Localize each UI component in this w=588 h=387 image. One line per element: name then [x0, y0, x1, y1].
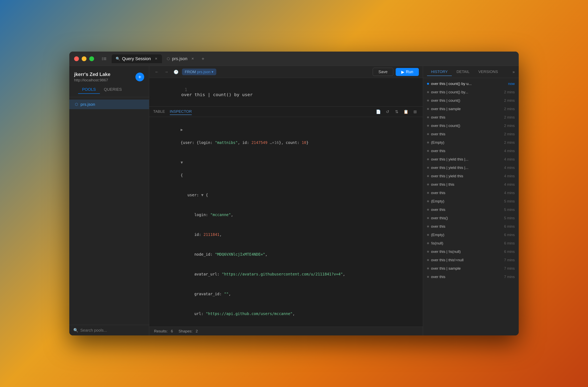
- history-item[interactable]: over this4 mins: [423, 189, 519, 197]
- rpanel-tab-versions[interactable]: VERSIONS: [474, 68, 502, 76]
- traffic-lights: [74, 56, 94, 61]
- history-item-text: over this: [431, 207, 502, 212]
- maximize-button[interactable]: [89, 56, 94, 61]
- pool-item-label: prs.json: [81, 102, 95, 107]
- history-item-time: now: [508, 82, 515, 86]
- history-item[interactable]: over this | yield this |...4 mins: [423, 155, 519, 163]
- history-dot: [427, 183, 429, 185]
- history-dot: [427, 100, 429, 102]
- history-item-time: 5 mins: [504, 208, 515, 212]
- history-dot: [427, 150, 429, 152]
- tab-prs-json-close[interactable]: ✕: [190, 57, 194, 61]
- history-item[interactable]: over this | count() by u...now: [423, 80, 519, 88]
- history-item-text: over this: [431, 149, 502, 153]
- query-toolbar: ← → 🕐 FROM prs.json ▾ Save ▶ Run: [149, 66, 423, 78]
- history-item[interactable]: over this | count()2 mins: [423, 96, 519, 105]
- history-item[interactable]: over this7 mins: [423, 273, 519, 281]
- sidebar-tab-pools[interactable]: POOLS: [78, 86, 100, 94]
- history-dot: [427, 209, 429, 211]
- history-dot: [427, 217, 429, 219]
- history-item-time: 6 mins: [504, 225, 515, 229]
- tree-row-0[interactable]: ▶ {user: {login: "mattnibs", id: 2147549…: [153, 120, 419, 152]
- history-item[interactable]: over this | !is(null)6 mins: [423, 248, 519, 256]
- history-item-text: (Empty): [431, 233, 502, 237]
- search-pools-input[interactable]: [80, 328, 145, 333]
- close-button[interactable]: [74, 56, 79, 61]
- columns-button[interactable]: 📋: [402, 108, 410, 115]
- history-item[interactable]: !is(null)6 mins: [423, 239, 519, 248]
- history-item-time: 2 mins: [504, 107, 515, 111]
- history-item[interactable]: over this | this!=null7 mins: [423, 256, 519, 264]
- history-item[interactable]: (Empty)6 mins: [423, 231, 519, 239]
- export-button[interactable]: 📄: [375, 108, 382, 115]
- history-item[interactable]: over this4 mins: [423, 147, 519, 155]
- save-button[interactable]: Save: [373, 68, 394, 76]
- tab-query-session[interactable]: 🔍 Query Session ✕: [112, 54, 162, 63]
- history-item-time: 4 mins: [504, 174, 515, 178]
- results-tab-table[interactable]: TABLE: [153, 109, 165, 115]
- refresh-button[interactable]: ↺: [384, 108, 391, 115]
- history-item[interactable]: over this2 mins: [423, 113, 519, 121]
- sidebar: jkerr's Zed Lake http://localhost:9867 +…: [69, 66, 149, 335]
- grid-button[interactable]: ⊞: [411, 108, 419, 115]
- history-item[interactable]: over this()5 mins: [423, 214, 519, 222]
- expand-panel-button[interactable]: »: [512, 69, 515, 74]
- file-icon: ⬡: [167, 57, 170, 61]
- filter-button[interactable]: ⇅: [393, 108, 400, 115]
- history-dot: [427, 83, 429, 85]
- history-item[interactable]: over this | this4 mins: [423, 180, 519, 189]
- pool-icon: ⬡: [75, 102, 78, 107]
- history-item-text: (Empty): [431, 199, 502, 204]
- tree-row-user[interactable]: user: ▼ {: [153, 185, 419, 205]
- back-button[interactable]: ←: [153, 68, 160, 76]
- history-item-text: over this | sample: [431, 107, 502, 111]
- tree-row-url: url: "https://api.github.com/users/mccan…: [153, 304, 419, 323]
- history-item-time: 2 mins: [504, 132, 515, 136]
- history-item[interactable]: over this | sample7 mins: [423, 264, 519, 273]
- run-button[interactable]: ▶ Run: [396, 68, 419, 76]
- sidebar-tab-queries[interactable]: QUERIES: [100, 86, 126, 94]
- tab-prs-json[interactable]: ⬡ prs.json ✕: [163, 54, 199, 63]
- history-item[interactable]: over this | count()2 mins: [423, 121, 519, 130]
- rpanel-tab-detail[interactable]: DETAIL: [453, 68, 474, 76]
- history-dot: [427, 192, 429, 194]
- history-item[interactable]: over this | yield this4 mins: [423, 172, 519, 180]
- history-item-text: over this: [431, 224, 502, 229]
- history-item-time: 4 mins: [504, 166, 515, 170]
- add-pool-button[interactable]: +: [135, 72, 144, 81]
- svg-rect-0: [102, 57, 104, 60]
- history-item-time: 6 mins: [504, 250, 515, 254]
- tab-query-session-close[interactable]: ✕: [154, 57, 158, 61]
- history-item[interactable]: (Empty)5 mins: [423, 197, 519, 205]
- history-item-text: over this: [431, 132, 502, 136]
- from-source[interactable]: FROM prs.json ▾: [182, 68, 216, 75]
- history-item[interactable]: over this | count() by...2 mins: [423, 88, 519, 96]
- sidebar-toggle-button[interactable]: [101, 55, 108, 62]
- query-text: over this | count() by user: [181, 92, 253, 97]
- right-panel: HISTORY DETAIL VERSIONS » over this | co…: [423, 66, 519, 335]
- new-tab-button[interactable]: +: [199, 55, 207, 62]
- history-dot: [427, 133, 429, 135]
- tree-row-1[interactable]: ▼ {: [153, 152, 419, 185]
- query-editor[interactable]: 1 over this | count() by user: [149, 78, 423, 107]
- history-item-text: over this | yield this: [431, 174, 502, 178]
- history-item[interactable]: over this2 mins: [423, 130, 519, 138]
- search-icon: 🔍: [73, 328, 78, 333]
- rpanel-tab-history[interactable]: HISTORY: [427, 68, 452, 76]
- history-item[interactable]: (Empty)2 mins: [423, 138, 519, 147]
- history-item[interactable]: over this6 mins: [423, 222, 519, 231]
- results-tab-bar: TABLE INSPECTOR 📄 ↺ ⇅ 📋 ⊞: [149, 107, 423, 117]
- user-url: http://localhost:9867: [74, 78, 110, 82]
- forward-button[interactable]: →: [163, 68, 170, 76]
- tree-row-html-url: html_url: "https://github.com/mccanne",: [153, 323, 419, 327]
- history-button[interactable]: 🕐: [172, 68, 180, 76]
- tree-row-avatar-url: avatar_url: "https://avatars.githubuserc…: [153, 264, 419, 284]
- history-item[interactable]: over this5 mins: [423, 205, 519, 214]
- pool-item-prs-json[interactable]: ⬡ prs.json: [69, 100, 149, 109]
- tree-row-node-id: node_id: "MDQ6VXNlcjIxMTE4NDE=",: [153, 245, 419, 264]
- minimize-button[interactable]: [82, 56, 86, 61]
- history-item[interactable]: over this | sample2 mins: [423, 105, 519, 113]
- inspector-tree[interactable]: ▶ {user: {login: "mattnibs", id: 2147549…: [149, 117, 423, 327]
- results-tab-inspector[interactable]: INSPECTOR: [170, 109, 192, 115]
- history-item[interactable]: over this | yield this |...4 mins: [423, 163, 519, 172]
